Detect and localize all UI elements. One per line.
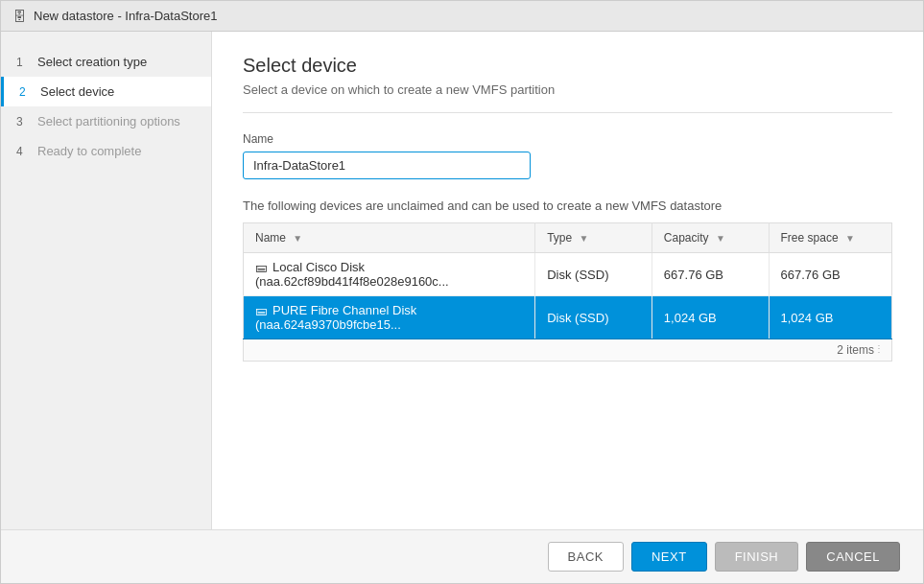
type-sort-icon: ▼ [580,233,589,244]
col-header-capacity[interactable]: Capacity ▼ [652,223,769,253]
finish-button: FINISH [715,542,799,572]
cell-capacity-0: 667.76 GB [652,253,769,296]
window-icon: 🗄 [12,9,26,24]
main-window: 🗄 New datastore - Infra-DataStore1 1 Sel… [0,0,924,584]
cell-capacity-1: 1,024 GB [652,296,769,339]
sidebar-item-label-4: Ready to complete [37,144,141,158]
cell-freespace-0: 667.76 GB [769,253,891,296]
sidebar-item-label-1: Select creation type [37,55,147,69]
capacity-sort-icon: ▼ [716,233,725,244]
title-bar: 🗄 New datastore - Infra-DataStore1 [1,1,923,32]
sidebar-item-4: 4 Ready to complete [1,136,211,166]
name-input[interactable] [243,152,531,179]
cancel-button[interactable]: CANCEL [806,542,900,572]
step-1-number: 1 [16,56,30,69]
back-button[interactable]: BACK [548,542,624,572]
device-table: Name ▼ Type ▼ Capacity ▼ Free space [243,222,892,339]
table-row[interactable]: 🖴PURE Fibre Channel Disk (naa.624a9370b9… [244,296,892,339]
page-title: Select device [243,55,892,77]
col-header-type[interactable]: Type ▼ [535,223,652,253]
cell-name-1: 🖴PURE Fibre Channel Disk (naa.624a9370b9… [244,296,535,339]
step-3-number: 3 [16,115,30,128]
sidebar-item-1[interactable]: 1 Select creation type [1,47,211,77]
table-header-row: Name ▼ Type ▼ Capacity ▼ Free space [244,223,892,253]
window-title: New datastore - Infra-DataStore1 [34,9,217,23]
item-count: 2 items ⋮ [243,339,892,362]
main-content: 1 Select creation type 2 Select device 3… [1,32,923,529]
cell-name-0: 🖴Local Cisco Disk (naa.62cf89bd41f4f8e02… [244,253,535,296]
table-description: The following devices are unclaimed and … [243,199,892,213]
col-header-name[interactable]: Name ▼ [244,223,535,253]
cell-freespace-1: 1,024 GB [769,296,891,339]
freespace-sort-icon: ▼ [845,233,855,244]
sidebar-item-label-2: Select device [40,84,114,99]
sidebar-item-3: 3 Select partitioning options [1,106,211,136]
footer: BACK NEXT FINISH CANCEL [1,529,923,583]
cell-type-0: Disk (SSD) [535,253,652,296]
content-area: Select device Select a device on which t… [212,32,923,529]
sidebar-item-label-3: Select partitioning options [37,114,180,128]
sidebar-item-2[interactable]: 2 Select device [1,77,211,106]
page-subtitle: Select a device on which to create a new… [243,82,892,113]
cell-type-1: Disk (SSD) [535,296,652,339]
col-header-freespace[interactable]: Free space ▼ [769,223,891,253]
disk-icon-0: 🖴 [255,261,267,274]
name-sort-icon: ▼ [293,233,302,244]
resize-handle[interactable]: ⋮ [874,343,884,354]
disk-icon-1: 🖴 [255,304,267,317]
sidebar: 1 Select creation type 2 Select device 3… [1,32,212,529]
step-4-number: 4 [16,145,30,158]
step-2-number: 2 [19,85,33,99]
table-row[interactable]: 🖴Local Cisco Disk (naa.62cf89bd41f4f8e02… [244,253,892,296]
name-label: Name [243,132,892,146]
next-button[interactable]: NEXT [631,542,707,572]
